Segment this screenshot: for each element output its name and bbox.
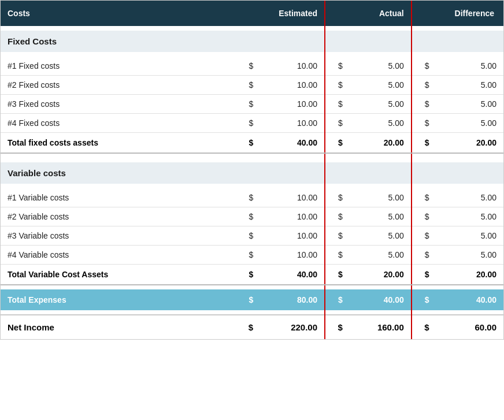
variable-cost-row: #2 Variable costs$10.00$5.00$5.00: [1, 207, 503, 226]
total-label: Total Variable Cost Assets: [1, 265, 235, 285]
row-label: #2 Fixed costs: [1, 76, 235, 95]
row-label: #3 Variable costs: [1, 226, 235, 246]
header-estimated-sym: [235, 1, 260, 26]
variable-cost-row: #1 Variable costs$10.00$5.00$5.00: [1, 188, 503, 207]
header-actual: Actual: [350, 1, 412, 26]
header-costs: Costs: [1, 1, 235, 26]
fixed-cost-row: #3 Fixed costs$10.00$5.00$5.00: [1, 95, 503, 114]
header-estimated: Estimated: [260, 1, 325, 26]
row-label: #1 Variable costs: [1, 188, 235, 207]
net-income-row: Net Income$220.00$160.00$60.00: [1, 315, 503, 339]
expenses-label: Total Expenses: [1, 289, 235, 310]
row-label: #2 Variable costs: [1, 207, 235, 226]
net-income-label: Net Income: [1, 315, 235, 339]
section-label: Fixed Costs: [1, 31, 235, 52]
fixed-cost-row: #1 Fixed costs$10.00$5.00$5.00: [1, 57, 503, 76]
header-difference-sym: [412, 1, 436, 26]
header-difference: Difference: [436, 1, 503, 26]
row-label: #4 Fixed costs: [1, 114, 235, 133]
fixed-cost-row: #2 Fixed costs$10.00$5.00$5.00: [1, 76, 503, 95]
total-row: Total Variable Cost Assets$40.00$20.00$2…: [1, 265, 503, 285]
fixed-cost-row: #4 Fixed costs$10.00$5.00$5.00: [1, 114, 503, 133]
variable-cost-row: #3 Variable costs$10.00$5.00$5.00: [1, 226, 503, 246]
section-header-row: Fixed Costs: [1, 31, 503, 52]
row-label: #3 Fixed costs: [1, 95, 235, 114]
total-label: Total fixed costs assets: [1, 133, 235, 154]
variable-cost-row: #4 Variable costs$10.00$5.00$5.00: [1, 246, 503, 265]
section-header-row: Variable costs: [1, 162, 503, 184]
total-expenses-row: Total Expenses$80.00$40.00$40.00: [1, 289, 503, 310]
costs-table: Costs Estimated Actual Difference Fixed …: [0, 0, 504, 340]
total-row: Total fixed costs assets$40.00$20.00$20.…: [1, 133, 503, 154]
header-actual-sym: [325, 1, 350, 26]
row-label: #1 Fixed costs: [1, 57, 235, 76]
section-label: Variable costs: [1, 162, 235, 184]
row-label: #4 Variable costs: [1, 246, 235, 265]
